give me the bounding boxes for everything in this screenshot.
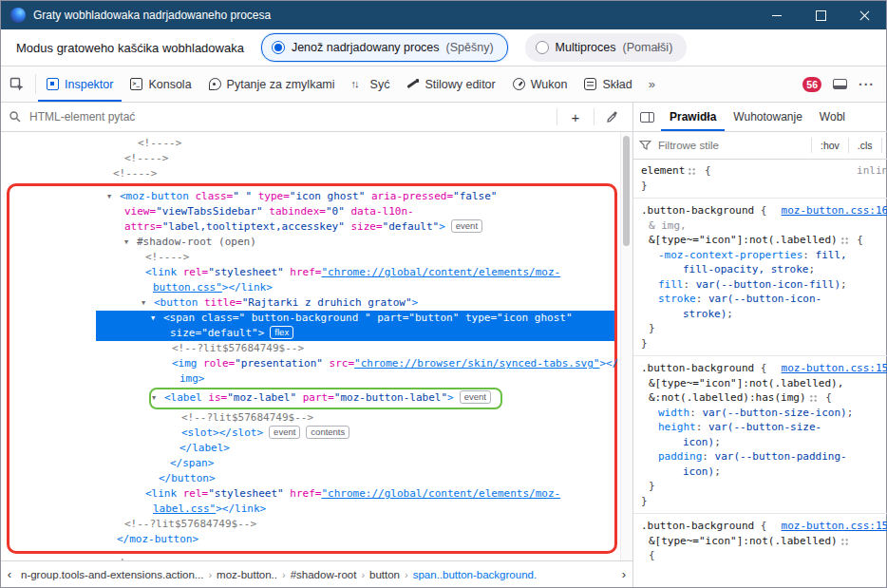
selector-highlighter-icon[interactable] (687, 166, 696, 175)
rule-line[interactable]: height: var(--button-size- (633, 420, 887, 435)
rule-line[interactable]: element {inline (633, 163, 887, 179)
search-input[interactable] (28, 109, 551, 124)
error-count-badge[interactable]: 56 (802, 77, 821, 92)
rule-line[interactable]: } (633, 494, 887, 509)
toolbox-tab-styleeditor[interactable]: Stilowy editor (398, 66, 503, 102)
markup-line[interactable]: view="viewTabsSidebar" tabindex="0" data… (9, 204, 614, 219)
markup-line[interactable]: ▼<moz-button class=" " type="icon ghost"… (9, 189, 614, 204)
style-filter-input[interactable] (656, 139, 806, 152)
rule-line[interactable]: &:not(.labelled):has(img) { (633, 390, 887, 406)
sidebar-tab-prawidła[interactable]: Prawidła (661, 103, 725, 131)
toolbox-tab-console[interactable]: Konsola (122, 66, 199, 102)
markup-line[interactable]: attrs="label,tooltiptext,accesskey" size… (9, 219, 614, 235)
markup-line[interactable]: <link rel="stylesheet" href="chrome://gl… (9, 486, 614, 502)
tab-overflow-button[interactable]: » (641, 66, 663, 102)
badge[interactable]: contents (306, 426, 349, 439)
markup-line[interactable]: <!----> (1, 166, 632, 181)
selector-highlighter-icon[interactable] (840, 537, 849, 545)
rule-line[interactable]: icon); (633, 435, 887, 450)
sidebar-tab-wobl[interactable]: Wobl (811, 103, 845, 131)
breadcrumb-item[interactable]: #shadow-root (288, 569, 360, 580)
breadcrumb-item[interactable]: span..button-background. (410, 569, 539, 580)
rule-line[interactable]: padding: var(--button-padding- (633, 449, 887, 465)
split-console-icon[interactable] (833, 79, 847, 89)
breadcrumb-scroll-right[interactable]: › (615, 561, 632, 587)
twisty-icon[interactable]: ▼ (107, 189, 120, 204)
rule-line[interactable]: &[type~="icon"]:not(.labelled) { (633, 233, 887, 248)
pick-element-button[interactable] (1, 66, 33, 102)
markup-line[interactable]: <slot></slot>eventcontents (9, 426, 614, 441)
resource-link[interactable]: button.css" (153, 281, 222, 294)
sidebar-tab-wuhotowanje[interactable]: Wuhotowanje (725, 103, 811, 131)
markup-line[interactable]: <img role="presentation" src="chrome://b… (9, 356, 614, 371)
rule-line[interactable]: .button-background {moz-button.css:156 (633, 361, 887, 376)
rule-line[interactable]: stroke); (633, 307, 887, 322)
markup-line[interactable]: </moz-button> (9, 532, 614, 547)
toolbox-tab-storage[interactable]: Skład (576, 66, 640, 102)
rule-line[interactable]: &[type~="icon"]:not(.labelled) (633, 534, 887, 549)
markup-line[interactable]: size="default">flex (9, 326, 614, 341)
markup-line[interactable]: <!----> (1, 136, 632, 151)
markup-line[interactable]: <link rel="stylesheet" href="chrome://gl… (9, 265, 614, 280)
markup-line[interactable]: label.css"></link> (9, 502, 614, 517)
selector-highlighter-icon[interactable] (808, 393, 818, 402)
markup-line[interactable]: img> (9, 371, 614, 387)
rule-line[interactable]: } (633, 321, 887, 336)
selector-highlighter-icon[interactable] (840, 236, 849, 244)
maximize-button[interactable] (799, 1, 842, 29)
stylesheet-link[interactable]: moz-button.css:156 (782, 361, 887, 376)
eyedropper-button[interactable] (600, 106, 625, 127)
markup-view[interactable]: <!----><!----><!----> ▼<moz-button class… (1, 132, 632, 560)
markup-line[interactable]: ▼<span class=" button-background " part=… (9, 311, 614, 326)
rule-line[interactable]: } (633, 336, 887, 351)
markup-line[interactable]: ▼#shadow-root (open) (9, 235, 614, 250)
rule-line[interactable]: } (633, 179, 887, 194)
resource-link[interactable]: "chrome://global/content/elements/moz- (321, 266, 560, 278)
badge[interactable]: flex (270, 326, 293, 339)
rule-line[interactable]: fill-opacity, stroke; (633, 262, 887, 277)
toolbox-tab-performance[interactable]: Wukon (504, 66, 576, 102)
close-button[interactable] (842, 1, 886, 29)
rule-line[interactable]: & img, (633, 218, 887, 234)
toolbox-tab-network[interactable]: Syć (344, 66, 399, 102)
markup-scrollbar[interactable] (620, 132, 632, 560)
rule-line[interactable]: &[type~="icon"]:not(.labelled), (633, 376, 887, 391)
markup-line[interactable]: <!----> (1, 151, 632, 166)
scrollbar-thumb[interactable] (623, 136, 630, 246)
rule-line[interactable]: .button-background {moz-button.css:150 (633, 519, 887, 534)
markup-line[interactable]: </label> (9, 441, 614, 456)
twisty-icon[interactable]: ▼ (152, 390, 164, 406)
stylesheet-link[interactable]: moz-button.css:150 (782, 519, 887, 534)
rule-line[interactable]: icon); (633, 465, 887, 480)
markup-line[interactable]: <!--?lit$57684749$--> (9, 410, 614, 426)
markup-line[interactable]: </button> (9, 471, 614, 486)
resource-link[interactable]: label.css" (153, 503, 216, 515)
mode-option-parent-process[interactable]: Jenož nadrjadowany proces (Spěšny) (261, 33, 508, 62)
rule-line[interactable]: -moz-context-properties: fill, (633, 248, 887, 263)
markup-line[interactable]: <!----> (1, 556, 632, 560)
markup-line[interactable]: ▼<button title="Rajtarki z druhich grato… (9, 295, 614, 311)
rule-line[interactable]: width: var(--button-size-icon); (633, 406, 887, 421)
toolbox-tab-debugger[interactable]: Pytanje za zmylkami (200, 66, 344, 102)
rule-line[interactable]: stroke: var(--button-icon- (633, 292, 887, 307)
meatball-menu-button[interactable]: ··· (859, 77, 875, 92)
badge[interactable]: event (269, 426, 300, 439)
rule-line[interactable]: .button-background {moz-button.css:168 (633, 203, 887, 218)
markup-line[interactable]: button.css"></link> (9, 280, 614, 295)
create-node-button[interactable]: + (563, 106, 588, 127)
twisty-icon[interactable]: ▼ (142, 295, 154, 311)
twisty-icon[interactable]: ▼ (124, 235, 137, 250)
toolbox-tab-inspector[interactable]: Inspektor (38, 66, 122, 102)
rule-line[interactable]: fill: var(--button-icon-fill); (633, 277, 887, 293)
markup-line[interactable]: <!--?lit$57684749$--> (9, 517, 614, 532)
filter-toggle-hover[interactable]: :hov (817, 138, 843, 153)
markup-line[interactable]: <!----> (9, 250, 614, 265)
badge[interactable]: event (460, 390, 491, 404)
markup-line[interactable]: </span> (9, 456, 614, 471)
breadcrumb-item[interactable]: moz-button.. (214, 569, 280, 580)
resource-link[interactable]: "chrome://browser/skin/synced-tabs.svg" (354, 357, 599, 370)
breadcrumb-item[interactable]: button (367, 569, 403, 580)
markup-line[interactable]: ▼<label is="moz-label" part="moz-button-… (9, 387, 614, 410)
stylesheet-link[interactable]: moz-button.css:168 (782, 203, 887, 218)
resource-link[interactable]: "chrome://global/content/elements/moz- (321, 487, 560, 500)
